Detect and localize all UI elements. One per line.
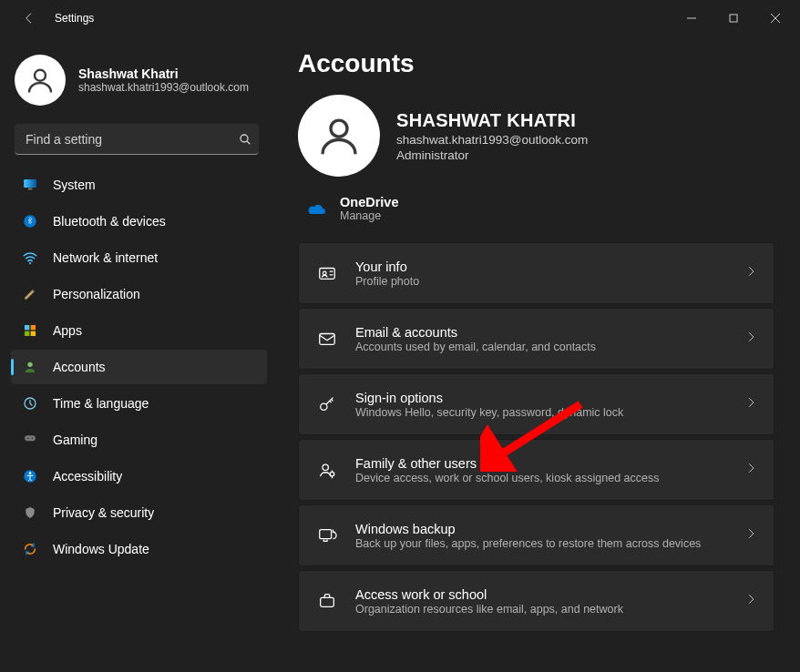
brush-icon xyxy=(22,286,38,302)
onedrive-title: OneDrive xyxy=(340,195,398,209)
chevron-right-icon xyxy=(744,396,757,412)
card-title: Sign-in options xyxy=(355,391,623,405)
update-icon xyxy=(22,541,38,557)
id-card-icon xyxy=(315,261,339,285)
card-family-users[interactable]: Family & other users Device access, work… xyxy=(298,439,774,501)
maximize-button[interactable] xyxy=(713,4,754,33)
svg-point-25 xyxy=(323,271,326,275)
sidebar-user-block[interactable]: Shashwat Khatri shashwat.khatri1993@outl… xyxy=(0,47,278,118)
sidebar-item-accessibility[interactable]: Accessibility xyxy=(11,459,267,494)
svg-rect-24 xyxy=(320,269,335,280)
gamepad-icon xyxy=(22,432,38,448)
svg-point-4 xyxy=(35,70,46,81)
svg-point-27 xyxy=(321,403,327,410)
avatar-icon xyxy=(298,95,380,177)
svg-point-22 xyxy=(29,472,32,474)
card-sub: Profile photo xyxy=(355,275,419,288)
svg-point-16 xyxy=(27,362,32,367)
card-sub: Organization resources like email, apps,… xyxy=(355,603,623,616)
sidebar-item-network[interactable]: Network & internet xyxy=(11,240,267,275)
svg-point-29 xyxy=(330,472,334,476)
svg-point-28 xyxy=(323,464,328,470)
svg-point-11 xyxy=(29,262,31,264)
svg-rect-15 xyxy=(31,331,36,336)
sidebar-item-gaming[interactable]: Gaming xyxy=(11,423,267,457)
svg-rect-1 xyxy=(730,15,737,22)
chevron-right-icon xyxy=(744,593,757,609)
sidebar-item-personalization[interactable]: Personalization xyxy=(11,277,267,311)
sidebar-user-email: shashwat.khatri1993@outlook.com xyxy=(78,81,249,94)
card-sub: Back up your files, apps, preferences to… xyxy=(355,537,701,550)
onedrive-icon xyxy=(305,202,325,215)
monitor-icon xyxy=(22,177,38,193)
svg-rect-8 xyxy=(24,179,36,188)
card-signin-options[interactable]: Sign-in options Windows Hello, security … xyxy=(298,373,774,435)
sidebar-item-update[interactable]: Windows Update xyxy=(11,532,267,566)
svg-point-5 xyxy=(241,135,248,142)
wifi-icon xyxy=(22,249,38,266)
chevron-right-icon xyxy=(744,331,757,347)
svg-point-19 xyxy=(27,437,29,439)
accessibility-icon xyxy=(22,468,38,484)
sidebar-item-apps[interactable]: Apps xyxy=(11,313,267,348)
sidebar-item-system[interactable]: System xyxy=(11,168,267,202)
sidebar-item-label: Bluetooth & devices xyxy=(53,214,166,229)
person-icon xyxy=(22,359,38,375)
sidebar-item-label: Privacy & security xyxy=(53,505,154,520)
sidebar-user-name: Shashwat Khatri xyxy=(78,66,249,81)
onedrive-row[interactable]: OneDrive Manage xyxy=(298,189,774,242)
minimize-button[interactable] xyxy=(671,4,713,33)
sidebar-item-privacy[interactable]: Privacy & security xyxy=(11,495,267,530)
svg-rect-14 xyxy=(25,331,29,336)
search-input[interactable] xyxy=(15,124,259,155)
svg-rect-31 xyxy=(321,597,334,606)
card-title: Access work or school xyxy=(355,587,623,602)
briefcase-icon xyxy=(315,589,339,613)
settings-window: Settings Shashwat Khatri shashwat. xyxy=(0,0,800,672)
card-title: Family & other users xyxy=(355,456,659,471)
onedrive-sub: Manage xyxy=(340,209,398,222)
card-windows-backup[interactable]: Windows backup Back up your files, apps,… xyxy=(298,504,774,566)
bluetooth-icon xyxy=(22,213,38,229)
account-name: SHASHWAT KHATRI xyxy=(396,110,588,131)
sidebar-item-bluetooth[interactable]: Bluetooth & devices xyxy=(11,204,267,239)
sidebar-item-label: Accessibility xyxy=(53,469,122,484)
search-icon xyxy=(238,132,252,147)
svg-rect-13 xyxy=(31,325,36,330)
settings-cards: Your info Profile photo Email & accounts… xyxy=(298,242,774,632)
avatar-icon xyxy=(15,55,66,106)
window-title: Settings xyxy=(55,12,94,25)
sidebar-item-label: Accounts xyxy=(53,360,106,374)
svg-rect-30 xyxy=(320,530,332,539)
account-email: shashwat.khatri1993@outlook.com xyxy=(396,133,588,147)
card-email-accounts[interactable]: Email & accounts Accounts used by email,… xyxy=(298,308,774,370)
card-your-info[interactable]: Your info Profile photo xyxy=(298,242,774,304)
card-title: Email & accounts xyxy=(355,325,596,340)
sidebar-item-label: Network & internet xyxy=(53,250,158,265)
close-button[interactable] xyxy=(754,4,796,33)
people-icon xyxy=(315,458,339,482)
sidebar: Shashwat Khatri shashwat.khatri1993@outl… xyxy=(0,36,278,672)
sidebar-item-accounts[interactable]: Accounts xyxy=(11,350,267,384)
sidebar-item-label: Time & language xyxy=(53,396,149,411)
sidebar-item-time[interactable]: Time & language xyxy=(11,386,267,421)
svg-point-23 xyxy=(331,120,347,137)
back-button[interactable] xyxy=(20,9,38,27)
mail-icon xyxy=(315,327,339,351)
sidebar-item-label: Gaming xyxy=(53,433,97,447)
account-header: SHASHWAT KHATRI shashwat.khatri1993@outl… xyxy=(298,95,774,177)
sidebar-nav: System Bluetooth & devices Network & int… xyxy=(0,168,278,568)
card-sub: Accounts used by email, calendar, and co… xyxy=(355,341,596,353)
card-sub: Windows Hello, security key, password, d… xyxy=(355,406,623,419)
svg-rect-26 xyxy=(320,334,335,345)
titlebar: Settings xyxy=(0,0,800,36)
sidebar-item-label: Windows Update xyxy=(53,542,149,556)
apps-icon xyxy=(22,322,38,339)
chevron-right-icon xyxy=(744,462,757,478)
account-role: Administrator xyxy=(396,148,588,162)
sidebar-item-label: System xyxy=(53,178,96,192)
card-sub: Device access, work or school users, kio… xyxy=(355,472,659,484)
svg-rect-9 xyxy=(28,188,33,190)
chevron-right-icon xyxy=(744,527,757,544)
card-work-school[interactable]: Access work or school Organization resou… xyxy=(298,570,774,632)
